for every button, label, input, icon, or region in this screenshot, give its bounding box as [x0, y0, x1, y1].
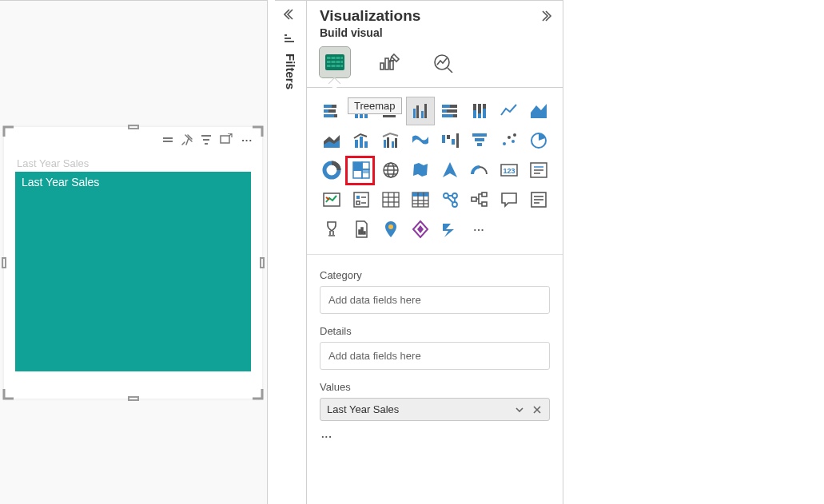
close-icon[interactable] — [531, 404, 543, 415]
svg-point-65 — [503, 142, 506, 145]
svg-rect-53 — [364, 141, 368, 148]
viz-clustered-column-icon[interactable] — [407, 97, 434, 125]
resize-handle-icon[interactable] — [2, 125, 17, 140]
viz-map-icon[interactable] — [377, 157, 404, 184]
viz-slicer-icon[interactable] — [348, 186, 375, 213]
focus-mode-icon[interactable] — [219, 133, 233, 146]
resize-handle-icon[interactable] — [0, 257, 8, 268]
svg-rect-36 — [416, 105, 419, 118]
resize-handle-icon[interactable] — [2, 386, 17, 400]
svg-rect-46 — [473, 110, 476, 118]
chevron-left-icon[interactable] — [284, 7, 298, 22]
filters-pane-collapsed[interactable]: Filters — [275, 0, 307, 504]
viz-100-stacked-bar-icon[interactable] — [436, 97, 464, 125]
svg-rect-37 — [421, 111, 424, 118]
viz-donut-icon[interactable] — [318, 157, 345, 184]
svg-rect-88 — [356, 201, 360, 204]
resize-handle-icon[interactable] — [128, 395, 139, 403]
field-label-details: Details — [320, 325, 550, 337]
svg-rect-40 — [450, 105, 457, 108]
viz-kpi-icon[interactable] — [318, 186, 345, 213]
viz-paginated-icon[interactable] — [348, 216, 375, 243]
field-well-category[interactable]: Add data fields here — [320, 286, 550, 314]
filters-label: Filters — [284, 54, 297, 89]
viz-100-stacked-column-icon[interactable] — [466, 97, 493, 125]
viz-clustered-bar-icon[interactable] — [377, 97, 404, 125]
viz-powerautomate-icon[interactable] — [436, 216, 464, 243]
svg-rect-17 — [390, 61, 393, 69]
viz-line-icon[interactable] — [496, 97, 523, 125]
viz-funnel-icon[interactable] — [466, 127, 493, 154]
viz-narrative-icon[interactable] — [525, 186, 552, 213]
svg-rect-15 — [380, 63, 384, 69]
svg-rect-59 — [447, 135, 450, 139]
viz-treemap-icon[interactable] — [348, 157, 375, 184]
viz-stacked-area-icon[interactable] — [318, 127, 345, 154]
svg-rect-19 — [324, 105, 332, 108]
viz-r-visual-icon[interactable] — [436, 186, 464, 213]
viz-arcgis-icon[interactable] — [377, 216, 404, 243]
viz-line-stacked-column-icon[interactable] — [348, 127, 375, 154]
svg-rect-55 — [387, 137, 389, 148]
tab-fields[interactable] — [320, 47, 350, 77]
svg-point-66 — [508, 136, 511, 139]
viz-filled-map-icon[interactable] — [407, 157, 434, 184]
tab-analytics[interactable] — [428, 47, 459, 77]
svg-point-67 — [512, 140, 515, 143]
svg-rect-16 — [385, 58, 388, 69]
svg-rect-48 — [478, 113, 481, 118]
treemap-tile[interactable]: Last Year Sales — [15, 172, 251, 371]
svg-rect-2 — [129, 125, 138, 129]
svg-rect-3 — [129, 397, 138, 400]
chevron-right-icon[interactable] — [539, 9, 553, 23]
svg-rect-1 — [261, 258, 264, 268]
viz-goals-icon[interactable] — [318, 216, 345, 243]
resize-handle-icon[interactable] — [258, 257, 266, 268]
report-canvas[interactable]: ··· Last Year Sales Last Year Sales — [0, 0, 268, 504]
svg-rect-45 — [473, 104, 476, 110]
svg-rect-20 — [332, 105, 336, 108]
pane-subtitle: Build visual — [307, 25, 563, 47]
viz-ribbon-icon[interactable] — [407, 127, 434, 154]
resize-handle-icon[interactable] — [249, 386, 264, 400]
filter-icon[interactable] — [200, 133, 213, 146]
viz-powerapps-icon[interactable] — [407, 216, 434, 243]
viz-decomposition-tree-icon[interactable] — [466, 186, 493, 213]
viz-gauge-icon[interactable] — [466, 157, 493, 184]
svg-rect-25 — [355, 107, 358, 113]
svg-rect-106 — [482, 202, 487, 206]
svg-rect-0 — [2, 258, 6, 268]
svg-rect-64 — [477, 143, 482, 146]
svg-rect-52 — [360, 137, 363, 148]
field-pill-values[interactable]: Last Year Sales — [320, 398, 550, 421]
viz-area-icon[interactable] — [525, 97, 552, 125]
viz-qa-icon[interactable] — [496, 186, 523, 213]
pin-icon[interactable] — [181, 133, 193, 146]
more-options-icon[interactable]: ··· — [240, 134, 254, 146]
visual-toolbar: ··· — [161, 133, 254, 146]
more-fields-icon[interactable]: ··· — [320, 431, 550, 442]
resize-handle-icon[interactable] — [128, 123, 139, 131]
svg-rect-104 — [472, 197, 476, 201]
svg-rect-33 — [383, 112, 391, 114]
field-well-details[interactable]: Add data fields here — [320, 342, 550, 370]
viz-card-icon[interactable]: 123 — [496, 157, 523, 184]
svg-rect-63 — [475, 138, 484, 141]
tab-format[interactable] — [374, 47, 404, 77]
viz-line-clustered-column-icon[interactable] — [377, 127, 404, 154]
viz-pie-icon[interactable] — [525, 127, 552, 154]
viz-more-icon[interactable]: ··· — [466, 216, 493, 243]
viz-matrix-icon[interactable] — [407, 186, 434, 213]
viz-scatter-icon[interactable] — [496, 127, 523, 154]
viz-table-icon[interactable] — [377, 186, 404, 213]
svg-rect-44 — [453, 114, 457, 117]
chevron-down-icon[interactable] — [514, 404, 525, 415]
viz-stacked-column-icon[interactable] — [348, 97, 375, 125]
viz-stacked-bar-icon[interactable] — [318, 97, 345, 125]
viz-waterfall-icon[interactable] — [436, 127, 464, 154]
svg-rect-61 — [456, 133, 459, 148]
treemap-visual[interactable]: ··· Last Year Sales Last Year Sales — [4, 127, 262, 399]
viz-azure-map-icon[interactable] — [436, 157, 464, 184]
drag-handle-icon[interactable] — [161, 133, 174, 146]
viz-multi-row-card-icon[interactable] — [525, 157, 552, 184]
